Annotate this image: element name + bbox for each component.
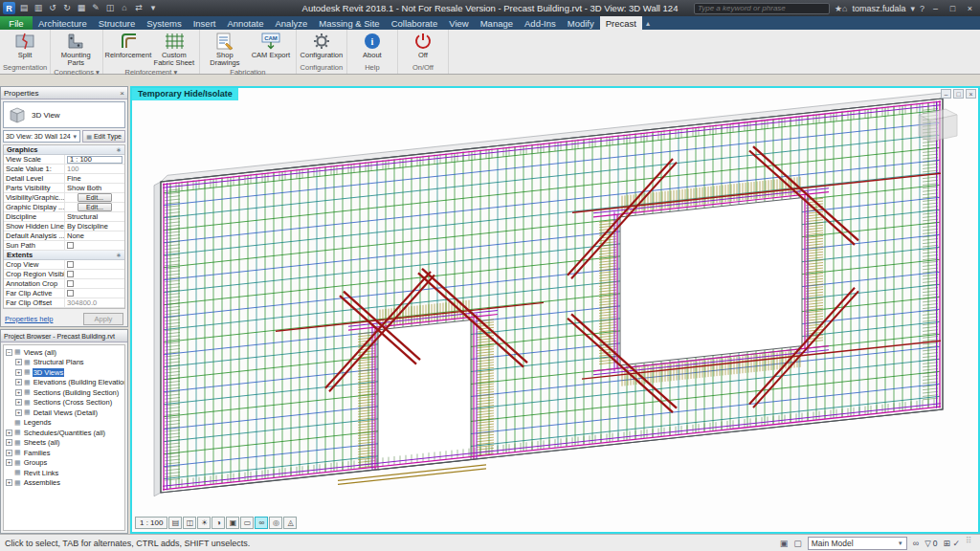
tree-item-elevations-building-elevation[interactable]: +▦Elevations (Building Elevation) [4, 378, 124, 388]
minimize-button[interactable]: – [929, 4, 942, 13]
view-scale-button[interactable]: 1 : 100 [135, 517, 167, 529]
tab-annotate[interactable]: Annotate [221, 16, 269, 30]
tree-toggle-icon[interactable]: + [6, 450, 12, 456]
tab-manage[interactable]: Manage [475, 16, 519, 30]
ribbon-panel-label[interactable]: Segmentation [0, 63, 50, 74]
ribbon-panel-label[interactable]: Connections ▾ [51, 68, 102, 78]
tree-toggle-icon[interactable]: + [6, 479, 12, 486]
reveal-hidden-icon[interactable]: ◎ [269, 517, 282, 529]
property-value[interactable]: Fine [65, 174, 124, 183]
property-section-extents[interactable]: Extents∗ [4, 251, 124, 260]
tree-item-detail-views-detail[interactable]: +▦Detail Views (Detail) [4, 408, 124, 418]
redo-icon[interactable]: ↻ [61, 2, 73, 14]
type-selector[interactable]: 3D View [3, 101, 125, 128]
tab-add-ins[interactable]: Add-Ins [519, 16, 562, 30]
section-icon[interactable]: ⇄ [133, 2, 145, 14]
detail-level-icon[interactable]: ▤ [168, 517, 182, 529]
ribbon-panel-label[interactable]: Fabrication [200, 68, 296, 78]
tree-item-3d-views[interactable]: +▦3D Views [4, 367, 124, 378]
tab-modify[interactable]: Modify [562, 16, 600, 30]
temporary-hide-isolate-icon[interactable]: ∞ [255, 517, 268, 529]
ribbon-button-off[interactable]: Off [401, 32, 445, 63]
wall-3d-drawing[interactable] [132, 88, 978, 532]
ribbon-button-cam-export[interactable]: CAMCAM Export [249, 32, 293, 68]
ribbon-panel-label[interactable]: Help [347, 63, 397, 74]
tab-insert[interactable]: Insert [188, 16, 222, 30]
tree-item-legends[interactable]: ▦Legends [4, 418, 124, 429]
checkbox[interactable] [67, 271, 74, 277]
tree-toggle-icon[interactable]: + [6, 439, 12, 446]
property-value[interactable]: None [65, 231, 124, 240]
tree-item-sections-building-section[interactable]: +▦Sections (Building Section) [4, 387, 124, 398]
visual-style-icon[interactable]: ◫ [183, 517, 196, 529]
edit-button[interactable]: Edit... [78, 203, 112, 211]
view-minimize-icon[interactable]: – [941, 89, 951, 99]
property-value[interactable]: Structural [65, 212, 124, 221]
exchange-icon[interactable]: ⌂ [842, 4, 847, 13]
crop-region-icon[interactable]: ▭ [240, 517, 254, 529]
tab-precast[interactable]: Precast [600, 16, 642, 30]
edit-type-button[interactable]: ▦ Edit Type [82, 130, 125, 143]
section-collapse-icon[interactable]: ∗ [116, 252, 122, 259]
design-options-icon[interactable]: ▢ [793, 539, 802, 548]
ribbon-toggle-icon[interactable]: ▴ [646, 16, 650, 30]
properties-header[interactable]: Properties × [1, 87, 127, 99]
ribbon-panel-label[interactable]: On/Off [398, 63, 448, 74]
crop-view-icon[interactable]: ▣ [226, 517, 239, 529]
resize-grip[interactable]: ⠿ [966, 538, 975, 549]
open-icon[interactable]: ▤ [18, 2, 30, 14]
maximize-button[interactable]: □ [947, 4, 959, 13]
view-restore-icon[interactable]: □ [953, 89, 964, 99]
tree-item-sections-cross-section[interactable]: +▦Sections (Cross Section) [4, 398, 124, 408]
tree-toggle-icon[interactable]: + [15, 389, 22, 396]
checkbox[interactable] [67, 242, 74, 249]
tree-toggle-icon[interactable]: + [6, 459, 12, 466]
tree-item-families[interactable]: +▦Families [4, 448, 124, 458]
ribbon-button-reinforcement[interactable]: Reinforcement [106, 32, 150, 68]
worksets-icon[interactable]: ▣ [780, 539, 789, 548]
ribbon-button-split[interactable]: Split [3, 32, 47, 63]
revit-logo[interactable]: R [3, 2, 15, 14]
checkbox[interactable] [67, 280, 74, 287]
tree-item-schedules-quantities-all[interactable]: +▦Schedules/Quantities (all) [4, 428, 124, 438]
save-icon[interactable]: ▥ [33, 2, 44, 14]
tree-toggle-icon[interactable]: + [15, 379, 22, 386]
tree-toggle-icon[interactable]: + [6, 430, 12, 436]
ribbon-panel-label[interactable]: Configuration [297, 63, 346, 74]
tree-item-sheets-all[interactable]: +▦Sheets (all) [4, 438, 124, 449]
ribbon-button-custom-fabric-sheet[interactable]: Custom Fabric Sheet [152, 32, 196, 68]
help-search-box[interactable] [694, 3, 830, 14]
tree-toggle-icon[interactable]: + [15, 359, 22, 365]
sun-path-icon[interactable]: ☀ [197, 517, 211, 529]
project-browser-header[interactable]: Project Browser - Precast Building.rvt [1, 330, 127, 342]
value-combo[interactable]: 1 : 100 [67, 156, 122, 164]
user-menu-chevron-icon[interactable]: ▾ [910, 4, 915, 13]
checkbox[interactable] [67, 290, 74, 297]
checkbox[interactable] [67, 261, 74, 268]
file-menu-button[interactable]: File [0, 16, 33, 30]
tab-view[interactable]: View [443, 16, 474, 30]
tree-toggle-icon[interactable]: + [15, 409, 22, 416]
viewcube[interactable] [913, 101, 963, 147]
tab-structure[interactable]: Structure [93, 16, 142, 30]
tree-toggle-icon[interactable]: + [15, 369, 22, 376]
property-value[interactable]: 304800.0 [65, 298, 124, 307]
properties-help-link[interactable]: Properties help [5, 315, 53, 323]
tree-item-groups[interactable]: +▦Groups [4, 458, 124, 469]
ribbon-button-about[interactable]: iAbout [350, 32, 394, 63]
property-value[interactable]: 100 [65, 165, 124, 173]
tree-toggle-icon[interactable]: − [6, 349, 12, 356]
tab-architecture[interactable]: Architecture [33, 16, 93, 30]
drawing-viewport[interactable]: Temporary Hide/Isolate –□× 1 : 100 ▤◫☀◑▣… [130, 86, 980, 534]
manage-links-icon[interactable]: ∞ [913, 539, 919, 548]
selection-filter[interactable]: ▽ 0 [924, 539, 937, 548]
edit-button[interactable]: Edit... [78, 193, 112, 202]
apply-button[interactable]: Apply [83, 313, 123, 325]
sign-in-icon[interactable]: ★ [835, 4, 842, 13]
qat-menu-icon[interactable]: ▾ [147, 2, 159, 14]
analytical-model-icon[interactable]: ◬ [283, 517, 297, 529]
ribbon-button-shop-drawings[interactable]: Shop Drawings [203, 32, 247, 68]
3d-view-icon[interactable]: ⌂ [119, 2, 130, 14]
signed-in-user[interactable]: tomasz.fudala [852, 4, 905, 13]
section-collapse-icon[interactable]: ∗ [116, 146, 122, 154]
